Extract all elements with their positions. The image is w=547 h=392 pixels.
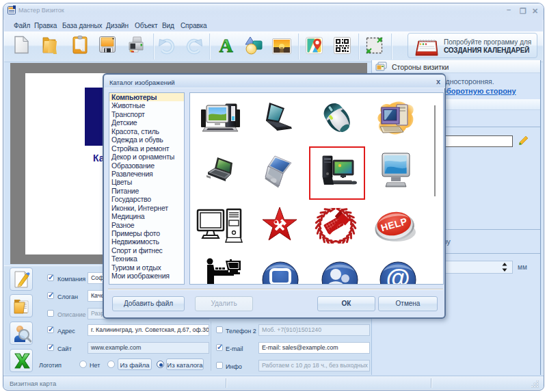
svg-text:@: @: [386, 264, 410, 285]
svg-text:A: A: [219, 36, 233, 55]
